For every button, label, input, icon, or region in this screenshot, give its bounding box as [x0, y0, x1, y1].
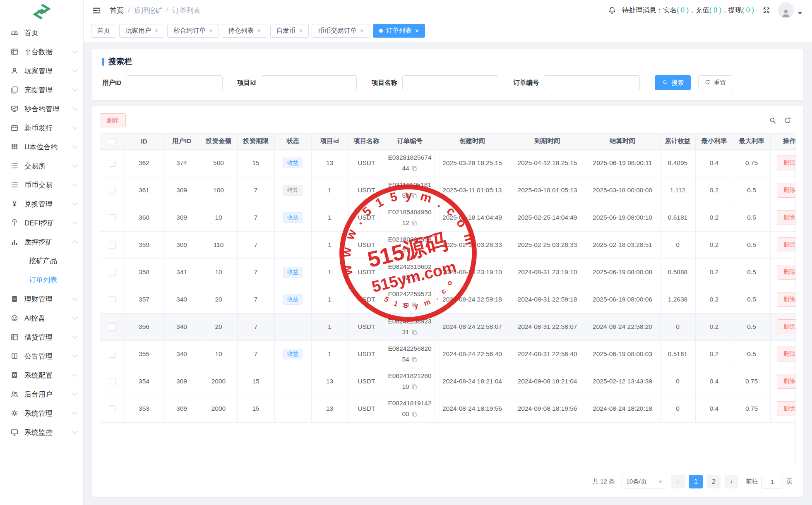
row-checkbox[interactable] — [109, 296, 116, 303]
row-checkbox[interactable] — [109, 378, 116, 385]
notice-separator: ， — [721, 6, 728, 14]
cell-expire-time: 2025-03-18 01:05:13 — [510, 177, 585, 204]
sidebar-menu-item[interactable]: 玩家管理 — [0, 61, 83, 80]
tab[interactable]: 持仓列表 × — [222, 24, 267, 38]
next-page-button[interactable]: › — [725, 475, 738, 488]
avatar[interactable] — [778, 2, 794, 18]
sidebar-menu-item[interactable]: 充提管理 — [0, 80, 83, 99]
row-checkbox[interactable] — [109, 405, 116, 412]
sidebar-menu-item[interactable]: 公告管理 — [0, 347, 83, 366]
sidebar-menu-item[interactable]: DEFI挖矿 — [0, 213, 83, 232]
page-number-button[interactable]: 2 — [707, 475, 721, 488]
bell-icon[interactable] — [608, 6, 616, 14]
cell-id: 362 — [125, 149, 163, 177]
sidebar-menu-item[interactable]: 新币发行 — [0, 118, 83, 137]
sidebar-submenu-item[interactable]: 订单列表 — [0, 270, 83, 290]
row-delete-button[interactable]: 删除 — [777, 401, 796, 416]
sidebar-menu-item[interactable]: 质押挖矿 — [0, 232, 83, 251]
sidebar-menu-item[interactable]: 系统管理 — [0, 404, 83, 423]
tab[interactable]: 自发币 × — [270, 24, 309, 38]
row-checkbox[interactable] — [109, 242, 116, 249]
tab-close-icon[interactable]: × — [154, 28, 158, 34]
row-checkbox[interactable] — [109, 351, 116, 358]
table-row: 353 309 2000 15 13 USDT E08241819142 00 … — [100, 395, 796, 422]
tab-close-icon[interactable]: × — [299, 28, 303, 34]
breadcrumb-item[interactable]: 首页 — [110, 6, 124, 15]
tab-close-icon[interactable]: × — [257, 28, 261, 34]
cell-status: 收益 — [274, 204, 311, 231]
sidebar-menu-item[interactable]: 后台用户 — [0, 385, 83, 404]
copy-icon[interactable] — [411, 329, 418, 335]
search-field-input[interactable] — [127, 75, 223, 90]
row-delete-button[interactable]: 删除 — [777, 374, 796, 389]
sidebar-menu-item[interactable]: 首页 — [0, 23, 83, 42]
refresh-table-icon[interactable] — [783, 116, 792, 124]
row-delete-button[interactable]: 删除 — [777, 265, 796, 280]
status-badge: 收益 — [283, 158, 303, 168]
copy-icon[interactable] — [411, 411, 418, 417]
fullscreen-icon[interactable] — [762, 6, 771, 14]
tab[interactable]: 订单列表 × — [373, 24, 425, 38]
sidebar-submenu-item[interactable]: 挖矿产品 — [0, 251, 83, 270]
search-field-input[interactable] — [261, 75, 357, 90]
sidebar-menu-item[interactable]: 币币交易 — [0, 175, 83, 194]
row-checkbox[interactable] — [109, 269, 116, 276]
row-delete-button[interactable]: 删除 — [777, 319, 796, 334]
copy-icon[interactable] — [411, 220, 418, 226]
prev-page-button[interactable]: ‹ — [671, 475, 685, 488]
cell-period: 7 — [237, 258, 274, 286]
row-checkbox[interactable] — [109, 160, 116, 167]
row-checkbox[interactable] — [109, 214, 116, 221]
copy-icon[interactable] — [411, 357, 418, 363]
sidebar-menu-item[interactable]: 系统配置 — [0, 366, 83, 385]
tab-close-icon[interactable]: × — [360, 28, 363, 34]
sidebar-menu-item[interactable]: 借贷管理 — [0, 328, 83, 347]
sidebar-menu-item[interactable]: 理财管理 — [0, 290, 83, 309]
page-number-button[interactable]: 1 — [689, 475, 703, 488]
row-delete-button[interactable]: 删除 — [777, 183, 796, 198]
copy-icon[interactable] — [411, 247, 418, 254]
cell-amount: 110 — [200, 231, 237, 258]
cell-profit: 1.2638 — [660, 286, 695, 313]
sidebar-menu-item[interactable]: ¥ 兑换管理 — [0, 194, 83, 213]
tab[interactable]: 秒合约订单 × — [167, 24, 219, 38]
sidebar-menu-item[interactable]: U本位合约 — [0, 137, 83, 156]
row-checkbox[interactable] — [109, 323, 116, 330]
sidebar-menu-item[interactable]: 交易所 — [0, 156, 83, 175]
copy-icon[interactable] — [411, 384, 418, 390]
sidebar-menu-item[interactable]: 系统监控 — [0, 423, 83, 442]
page-size-select[interactable]: 10条/页 — [622, 475, 667, 488]
cell-profit: 0.6181 — [660, 204, 695, 231]
row-delete-button[interactable]: 删除 — [777, 292, 796, 307]
row-delete-button[interactable]: 删除 — [777, 237, 796, 252]
bar-chart-icon — [10, 238, 19, 247]
sidebar-menu-item[interactable]: 秒合约管理 — [0, 99, 83, 118]
copy-icon[interactable] — [411, 302, 418, 308]
row-delete-button[interactable]: 删除 — [777, 210, 796, 225]
tab[interactable]: 币币交易订单 × — [312, 24, 370, 38]
copy-icon[interactable] — [411, 193, 418, 199]
batch-delete-button[interactable]: 删除 — [100, 113, 126, 127]
zoom-icon[interactable] — [769, 116, 777, 124]
search-button[interactable]: 搜索 — [655, 75, 691, 90]
tab[interactable]: 玩家用户 × — [119, 24, 164, 38]
sidebar-menu-item[interactable]: 平台数据 — [0, 42, 83, 61]
copy-icon[interactable] — [411, 165, 418, 172]
copy-icon[interactable] — [411, 275, 418, 281]
tab-close-icon[interactable]: × — [415, 28, 419, 34]
user-icon — [10, 67, 19, 75]
row-delete-button[interactable]: 删除 — [777, 156, 796, 170]
user-menu-caret-icon[interactable] — [798, 12, 802, 14]
select-all-checkbox[interactable] — [109, 138, 116, 145]
search-field-input[interactable] — [402, 75, 498, 90]
goto-page-input[interactable] — [762, 475, 783, 488]
sidebar-collapse-icon[interactable] — [92, 6, 101, 15]
row-delete-button[interactable]: 删除 — [777, 347, 796, 361]
tab[interactable]: 首页 — [91, 24, 116, 38]
notice-separator: ， — [689, 6, 696, 14]
row-checkbox[interactable] — [109, 187, 116, 194]
sidebar-menu-item[interactable]: AI控盘 — [0, 309, 83, 328]
search-field-input[interactable] — [544, 75, 640, 90]
reset-button[interactable]: 重置 — [698, 75, 732, 90]
tab-close-icon[interactable]: × — [209, 28, 213, 34]
